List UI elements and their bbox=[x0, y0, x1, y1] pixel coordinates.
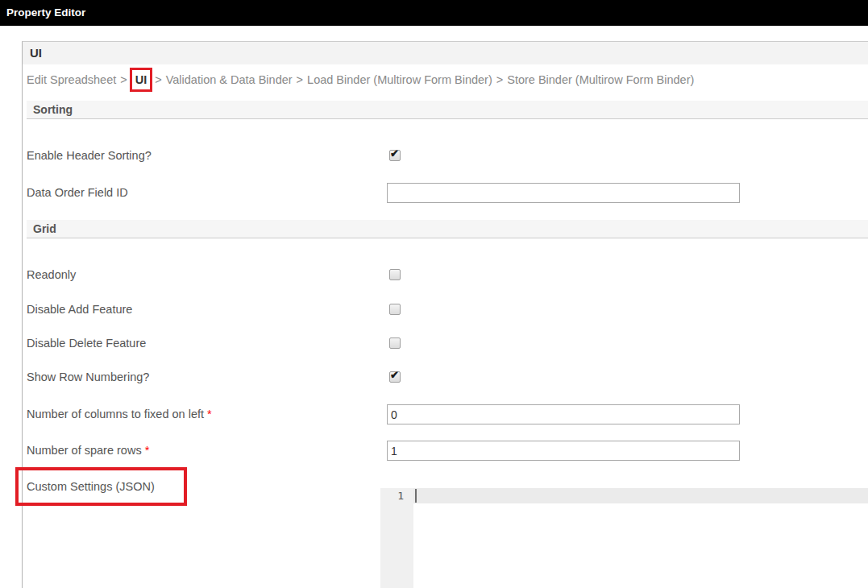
enable-header-sorting-checkbox[interactable] bbox=[389, 150, 401, 161]
breadcrumb-separator: > bbox=[496, 73, 503, 86]
editor-line-number-gutter: 1 bbox=[380, 488, 413, 588]
editor-active-line[interactable] bbox=[413, 488, 868, 503]
field-label: Show Row Numbering? bbox=[27, 365, 149, 389]
breadcrumb-item-validation-data-binder[interactable]: Validation & Data Binder bbox=[166, 73, 293, 86]
panel-title: UI bbox=[30, 46, 42, 60]
form-row-show-row-numbering: Show Row Numbering? bbox=[27, 365, 868, 389]
breadcrumb: Edit Spreadsheet > UI > Validation & Dat… bbox=[27, 66, 868, 93]
field-label: Disable Add Feature bbox=[27, 297, 132, 321]
form-row-number-of-fixed-columns: Number of columns to fixed on left* bbox=[27, 402, 868, 426]
required-marker: * bbox=[207, 408, 212, 420]
section-title: Sorting bbox=[33, 103, 73, 116]
number-of-spare-rows-input[interactable] bbox=[387, 441, 740, 461]
form-row-disable-delete-feature: Disable Delete Feature bbox=[27, 331, 868, 355]
field-label: Custom Settings (JSON) bbox=[27, 474, 155, 499]
disable-delete-feature-checkbox[interactable] bbox=[389, 337, 401, 349]
readonly-checkbox[interactable] bbox=[389, 269, 401, 280]
panel-section-header: UI bbox=[23, 42, 868, 64]
breadcrumb-item-current-ui[interactable]: UI bbox=[130, 68, 153, 92]
breadcrumb-separator: > bbox=[297, 73, 303, 86]
breadcrumb-item-edit-spreadsheet[interactable]: Edit Spreadsheet bbox=[27, 73, 116, 86]
breadcrumb-item-load-binder[interactable]: Load Binder (Multirow Form Binder) bbox=[307, 73, 492, 86]
field-label: Disable Delete Feature bbox=[27, 331, 146, 355]
breadcrumb-item-store-binder[interactable]: Store Binder (Multirow Form Binder) bbox=[507, 73, 694, 86]
form-row-enable-header-sorting: Enable Header Sorting? bbox=[27, 143, 868, 168]
required-marker: * bbox=[145, 444, 150, 457]
field-label: Data Order Field ID bbox=[27, 180, 128, 205]
number-of-fixed-columns-input[interactable] bbox=[387, 404, 740, 424]
window-titlebar: Property Editor bbox=[0, 0, 868, 26]
breadcrumb-separator: > bbox=[120, 73, 127, 86]
section-header-sorting: Sorting bbox=[27, 101, 868, 119]
field-label: Readonly bbox=[27, 263, 76, 287]
window-title: Property Editor bbox=[6, 6, 85, 19]
section-title: Grid bbox=[33, 222, 56, 235]
disable-add-feature-checkbox[interactable] bbox=[389, 304, 401, 315]
data-order-field-id-input[interactable] bbox=[387, 183, 740, 203]
field-label: Number of spare rows* bbox=[27, 438, 149, 462]
field-label: Number of columns to fixed on left* bbox=[27, 402, 212, 426]
field-label-text: Number of columns to fixed on left bbox=[27, 408, 204, 420]
breadcrumb-separator: > bbox=[155, 73, 161, 86]
section-header-grid: Grid bbox=[27, 220, 868, 238]
property-editor-panel: UI Edit Spreadsheet > UI > Validation & … bbox=[22, 41, 868, 588]
show-row-numbering-checkbox[interactable] bbox=[389, 371, 401, 383]
field-label: Enable Header Sorting? bbox=[27, 143, 152, 168]
form-row-data-order-field-id: Data Order Field ID bbox=[27, 180, 868, 205]
editor-line-number: 1 bbox=[380, 488, 413, 503]
form-row-readonly: Readonly bbox=[27, 263, 868, 287]
field-label-text: Number of spare rows bbox=[27, 444, 142, 457]
form-row-disable-add-feature: Disable Add Feature bbox=[27, 297, 868, 321]
custom-settings-json-editor[interactable]: 1 bbox=[380, 488, 868, 588]
form-row-number-of-spare-rows: Number of spare rows* bbox=[27, 438, 868, 462]
editor-text-cursor bbox=[415, 489, 417, 503]
